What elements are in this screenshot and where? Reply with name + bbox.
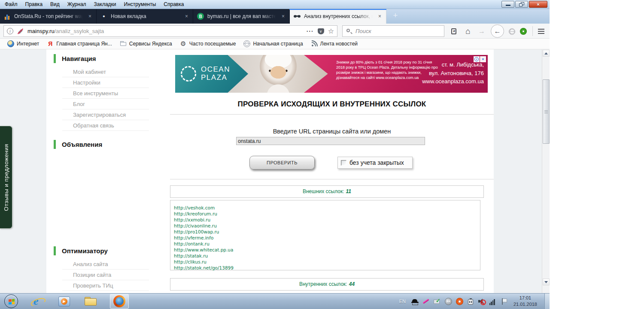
- url-text[interactable]: mainspy.ru/analiz_ssylok_sajta: [27, 28, 303, 34]
- sidebar-item[interactable]: Все инструменты: [62, 88, 149, 99]
- external-link[interactable]: http://pro100wap.ru: [174, 229, 480, 235]
- taskbar-wmp-button[interactable]: ▶: [51, 294, 77, 309]
- tray-hat-icon[interactable]: [411, 298, 419, 305]
- menu-item[interactable]: Инструменты: [120, 0, 160, 9]
- menu-item[interactable]: Журнал: [64, 0, 90, 9]
- external-link[interactable]: http://ontank.ru: [174, 241, 480, 247]
- tray-check-icon[interactable]: ✓: [434, 298, 441, 305]
- ad-address-text: ст. м. Либідська, вул. Антоновича, 176 w…: [398, 61, 484, 86]
- menu-hamburger-icon[interactable]: [537, 27, 545, 35]
- tray-action-center-icon[interactable]: [501, 298, 508, 305]
- menu-bar: ФайлПравкаВидЖурналЗакладкиИнструментыСп…: [0, 0, 550, 9]
- tab-active[interactable]: Анализ внутренних ссылок, пр×: [290, 9, 386, 24]
- bookmarks-bar: ИнтернетЯГлавная страница Ян...Сервисы Я…: [0, 39, 550, 49]
- taskbar-clock[interactable]: 17:01 21.01.2018: [512, 295, 541, 308]
- sidebar-item[interactable]: Мой кабинет: [62, 67, 149, 77]
- scroll-down-icon[interactable]: [543, 279, 550, 285]
- bookmark-item[interactable]: Интернет: [3, 39, 43, 49]
- sidebar-item[interactable]: Блог: [62, 99, 149, 109]
- external-link[interactable]: http://xxmobi.ru: [174, 217, 480, 223]
- url-bar[interactable]: i mainspy.ru/analiz_ssylok_sajta ··· ∨ ☆: [3, 25, 337, 37]
- forward-icon[interactable]: →: [478, 27, 486, 35]
- external-link[interactable]: http://vferme.info: [174, 235, 480, 241]
- site-info-icon[interactable]: i: [7, 28, 13, 34]
- screen: ФайлПравкаВидЖурналЗакладкиИнструментыСп…: [0, 0, 644, 309]
- exclude-closed-checkbox[interactable]: [341, 160, 346, 166]
- search-bar[interactable]: [342, 25, 444, 37]
- tray-network-signal-icon[interactable]: [489, 298, 497, 305]
- bookmark-item[interactable]: ⚙Часто посещаемые: [176, 39, 240, 49]
- new-tab-button[interactable]: +: [390, 11, 401, 20]
- external-link[interactable]: http://statok.net/go/13899: [174, 265, 480, 271]
- external-link[interactable]: http://kreoforum.ru: [174, 211, 480, 217]
- content-blocked-icon[interactable]: [17, 28, 24, 34]
- sidebar-item[interactable]: Проверить ТИц: [62, 280, 149, 291]
- ad-info-icon[interactable]: i: [474, 56, 480, 62]
- taskbar-firefox-button[interactable]: [110, 294, 129, 309]
- tab[interactable]: Bbymas.ru | все для вап мастер×: [193, 9, 290, 24]
- page-actions-icon[interactable]: ···: [307, 28, 314, 35]
- bookmark-item[interactable]: Сервисы Яндекса: [116, 39, 176, 49]
- tray-ea-icon[interactable]: EA: [445, 298, 452, 305]
- feedback-tab[interactable]: Отзывы и предложения: [0, 126, 12, 229]
- folder-icon: [120, 40, 127, 47]
- bookmark-item[interactable]: ЯГлавная страница Ян...: [43, 39, 115, 49]
- tray-orange-ring-icon[interactable]: [456, 298, 463, 305]
- sidebar-item[interactable]: Анализ сайта: [62, 259, 149, 270]
- tab-close-icon[interactable]: ×: [377, 13, 382, 19]
- pocket-icon[interactable]: ∨: [318, 28, 324, 34]
- menu-item[interactable]: Файл: [1, 0, 21, 9]
- back-icon[interactable]: ←: [491, 24, 504, 38]
- tabs: OnStata.Ru - топ рейтинг wap×•Новая вкла…: [0, 9, 386, 24]
- check-button[interactable]: ПРОВЕРИТЬ: [249, 156, 315, 170]
- tab[interactable]: OnStata.Ru - топ рейтинг wap×: [0, 9, 97, 24]
- start-button[interactable]: [4, 294, 18, 308]
- firefox-icon: [113, 295, 125, 307]
- menu-item[interactable]: Правка: [21, 0, 47, 9]
- gear-icon: ⚙: [180, 40, 187, 47]
- sidebar-item[interactable]: Настройки: [62, 77, 149, 88]
- restore-button[interactable]: [515, 1, 528, 8]
- scroll-up-icon[interactable]: [543, 50, 550, 57]
- scrollbar-thumb[interactable]: [543, 79, 550, 144]
- bookmark-star-icon[interactable]: ☆: [328, 28, 334, 35]
- menu-item[interactable]: Вид: [46, 0, 64, 9]
- bookmark-item[interactable]: Начальная страница: [240, 39, 307, 49]
- tab-close-icon[interactable]: ×: [281, 13, 286, 19]
- tray-clipboard-icon[interactable]: [467, 298, 474, 305]
- external-link[interactable]: http://veshok.com: [174, 205, 480, 211]
- ad-banner[interactable]: OCEANPLAZA Знижки до 80% діють з 01 січн…: [175, 55, 488, 93]
- close-button[interactable]: ×: [529, 1, 547, 8]
- tray-volume-muted-icon[interactable]: [478, 298, 486, 305]
- sidebar-item[interactable]: Позиции сайта: [62, 270, 149, 280]
- external-link[interactable]: http://civaonline.ru: [174, 223, 480, 229]
- sidebar-item[interactable]: Обратная связь: [62, 120, 149, 131]
- taskbar-explorer-button[interactable]: [77, 294, 104, 309]
- taskbar-ie-button[interactable]: e: [24, 294, 51, 309]
- tab-close-icon[interactable]: ×: [88, 13, 92, 19]
- language-indicator[interactable]: EN: [399, 299, 406, 304]
- menu-item[interactable]: Закладки: [90, 0, 120, 9]
- accent-bar: [54, 140, 56, 149]
- menu-item[interactable]: Справка: [160, 0, 188, 9]
- extension-ring-icon[interactable]: [519, 27, 527, 35]
- bookmark-label: Лента новостей: [320, 41, 358, 47]
- tab[interactable]: •Новая вкладка×: [97, 9, 193, 24]
- home-icon[interactable]: ⌂: [464, 27, 472, 35]
- ad-close-icon[interactable]: ×: [480, 56, 486, 62]
- bookmark-item[interactable]: Лента новостей: [307, 39, 362, 49]
- external-link[interactable]: http://www.whitecat.pp.ua: [174, 247, 480, 253]
- library-icon[interactable]: ★: [450, 27, 458, 35]
- external-link[interactable]: http://statak.ru: [174, 253, 480, 259]
- url-domain: mainspy.ru: [27, 28, 55, 34]
- minimize-button[interactable]: [501, 1, 514, 8]
- tab-close-icon[interactable]: ×: [184, 13, 189, 19]
- show-desktop-button[interactable]: [544, 294, 550, 309]
- site-url-input[interactable]: [236, 137, 425, 145]
- search-input[interactable]: [355, 28, 440, 34]
- page-scrollbar[interactable]: [542, 49, 550, 293]
- globe-icon[interactable]: [508, 27, 516, 35]
- tray-pen-icon[interactable]: [422, 298, 430, 305]
- external-link[interactable]: http://clikus.ru: [174, 259, 480, 265]
- sidebar-item[interactable]: Зарегистрироваться: [62, 109, 149, 120]
